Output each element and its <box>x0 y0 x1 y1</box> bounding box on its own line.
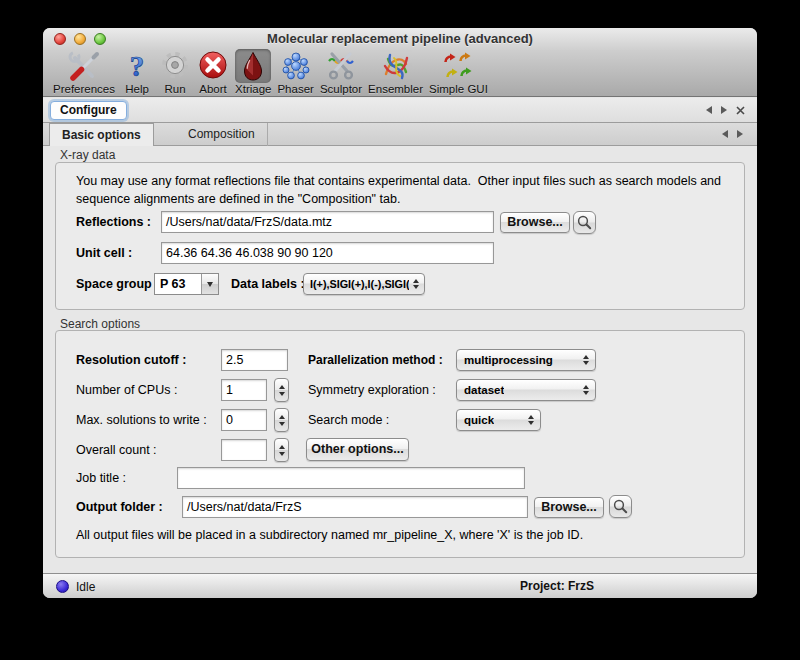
search-section-title: Search options <box>60 317 140 331</box>
toolbar-label: Phaser <box>275 83 315 95</box>
space-group-label: Space group : <box>76 277 159 291</box>
ribbons-icon <box>378 49 414 83</box>
tab-composition[interactable]: Composition <box>176 123 268 146</box>
number-of-cpus-label: Number of CPUs : <box>76 383 177 397</box>
symmetry-exploration-label: Symmetry exploration : <box>308 383 436 397</box>
close-tab-icon[interactable] <box>736 106 745 115</box>
job-title-label: Job title : <box>76 471 126 485</box>
space-group-combobox[interactable]: P 63 <box>154 273 219 295</box>
toolbar-label: Sculptor <box>318 83 364 95</box>
output-folder-label: Output folder : <box>76 500 163 514</box>
toolbar-ensembler-button[interactable]: Ensembler <box>366 49 425 95</box>
toolbar-label: Help <box>123 83 151 95</box>
magnifier-icon <box>577 215 592 230</box>
search-mode-value: quick <box>464 414 494 426</box>
tools-icon <box>66 49 102 83</box>
output-folder-view-button[interactable] <box>609 495 632 518</box>
molecule-icon <box>278 49 314 83</box>
status-bar: Idle Project: FrzS <box>43 573 757 598</box>
overall-count-stepper[interactable] <box>274 438 289 462</box>
status-indicator-icon <box>56 580 69 593</box>
overall-count-label: Overall count : <box>76 443 157 457</box>
reflections-label: Reflections : <box>76 215 151 229</box>
unit-cell-input[interactable]: 64.36 64.36 46.038 90 90 120 <box>161 242 494 264</box>
tab-configure[interactable]: Configure <box>50 101 127 120</box>
curved-arrows-icon <box>440 49 476 83</box>
status-text: Idle <box>76 580 95 594</box>
toolbar-label: Simple GUI <box>427 83 490 95</box>
toolbar-abort-button[interactable]: Abort <box>195 49 231 95</box>
max-solutions-input[interactable]: 0 <box>221 409 267 431</box>
app-window: Molecular replacement pipeline (advanced… <box>43 28 757 598</box>
data-labels-label: Data labels : <box>231 277 305 291</box>
number-of-cpus-input[interactable]: 1 <box>221 379 267 401</box>
options-tab-bar: Basic options Composition <box>43 123 757 146</box>
subtab-scroll-left-icon[interactable] <box>722 130 728 138</box>
toolbar-label: Abort <box>197 83 229 95</box>
data-labels-value: I(+),SIGI(+),I(-),SIGI(-) <box>310 278 409 290</box>
tab-basic-options[interactable]: Basic options <box>49 123 154 147</box>
other-options-button[interactable]: Other options... <box>306 438 409 461</box>
toolbar-help-button[interactable]: ? Help <box>119 49 155 95</box>
dropdown-arrow-icon[interactable] <box>201 274 218 294</box>
number-of-cpus-stepper[interactable] <box>274 378 289 402</box>
droplet-icon <box>235 49 271 83</box>
toolbar-sculptor-button[interactable]: Sculptor <box>318 49 364 95</box>
max-solutions-stepper[interactable] <box>274 408 289 432</box>
toolbar-xtriage-button[interactable]: Xtriage <box>233 49 273 95</box>
search-mode-popup[interactable]: quick <box>456 409 541 431</box>
output-folder-input[interactable]: /Users/nat/data/FrzS <box>182 496 528 518</box>
title-bar[interactable]: Molecular replacement pipeline (advanced… <box>43 28 757 50</box>
toolbar-simple-gui-button[interactable]: Simple GUI <box>427 49 490 95</box>
popup-arrows-icon <box>579 385 595 395</box>
document-tab-bar: Configure <box>43 98 757 123</box>
toolbar-label: Run <box>162 83 187 95</box>
xray-description-line1: You may use any format reflections file … <box>76 174 721 188</box>
toolbar-preferences-button[interactable]: Preferences <box>51 49 117 95</box>
output-note: All output files will be placed in a sub… <box>76 528 583 542</box>
job-title-input[interactable] <box>177 467 525 489</box>
settings-panel: X-ray data You may use any format reflec… <box>43 146 757 573</box>
reflections-view-button[interactable] <box>573 211 596 234</box>
space-group-value: P 63 <box>155 274 201 294</box>
project-label: Project: FrzS <box>520 579 594 593</box>
scissors-icon <box>323 49 359 83</box>
tab-scroll-left-icon[interactable] <box>706 106 712 114</box>
subtab-scroll-right-icon[interactable] <box>737 130 743 138</box>
window-title: Molecular replacement pipeline (advanced… <box>43 31 757 46</box>
toolbar-label: Preferences <box>51 83 117 95</box>
parallelization-method-popup[interactable]: multiprocessing <box>456 349 596 371</box>
overall-count-input[interactable] <box>221 439 267 461</box>
output-folder-browse-button[interactable]: Browse... <box>534 497 604 518</box>
popup-arrows-icon <box>524 415 540 425</box>
parallelization-method-value: multiprocessing <box>464 354 553 366</box>
parallelization-method-label: Parallelization method : <box>308 353 443 367</box>
search-groupbox: Resolution cutoff : 2.5 Parallelization … <box>55 330 745 558</box>
xray-groupbox: You may use any format reflections file … <box>55 162 745 310</box>
search-mode-label: Search mode : <box>308 413 389 427</box>
toolbar-phaser-button[interactable]: Phaser <box>275 49 315 95</box>
tab-scroll-right-icon[interactable] <box>721 106 727 114</box>
max-solutions-label: Max. solutions to write : <box>76 413 207 427</box>
svg-text:?: ? <box>130 50 145 82</box>
resolution-cutoff-label: Resolution cutoff : <box>76 353 186 367</box>
popup-arrows-icon <box>579 355 595 365</box>
gear-icon <box>157 49 193 83</box>
toolbar-label: Xtriage <box>233 83 273 95</box>
xray-description-line2: sequence alignments are defined in the "… <box>76 192 400 206</box>
xray-section-title: X-ray data <box>60 148 115 162</box>
reflections-browse-button[interactable]: Browse... <box>500 212 570 233</box>
symmetry-exploration-popup[interactable]: dataset <box>456 379 596 401</box>
symmetry-exploration-value: dataset <box>464 384 504 396</box>
reflections-input[interactable]: /Users/nat/data/FrzS/data.mtz <box>161 211 494 233</box>
resolution-cutoff-input[interactable]: 2.5 <box>221 349 288 371</box>
popup-arrows-icon <box>409 279 424 289</box>
unit-cell-label: Unit cell : <box>76 246 132 260</box>
question-icon: ? <box>119 49 155 83</box>
abort-icon <box>195 49 231 83</box>
toolbar-run-button[interactable]: Run <box>157 49 193 95</box>
toolbar-label: Ensembler <box>366 83 425 95</box>
toolbar: Preferences ? Help Run <box>43 50 757 97</box>
data-labels-popup[interactable]: I(+),SIGI(+),I(-),SIGI(-) <box>303 273 425 295</box>
magnifier-icon <box>613 499 628 514</box>
